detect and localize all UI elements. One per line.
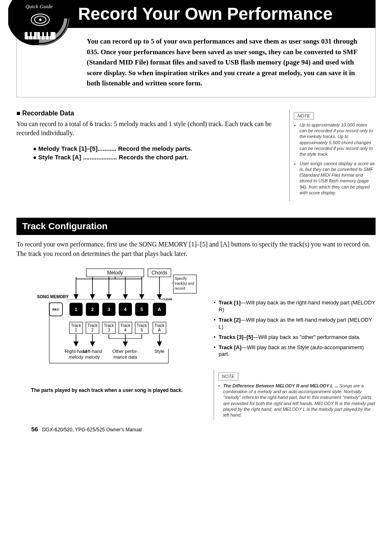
svg-text:CLEAR: CLEAR <box>162 298 172 301</box>
svg-marker-80 <box>90 342 95 346</box>
svg-text:2: 2 <box>91 328 94 332</box>
svg-marker-34 <box>140 295 144 299</box>
note-label: NOTE <box>294 112 314 120</box>
note-box-2: NOTE • The Difference Between MELODY R a… <box>214 370 376 420</box>
svg-text:Track: Track <box>88 323 98 328</box>
note-box-1: NOTE Up to approximately 10,000 notes ca… <box>289 110 376 202</box>
svg-text:1: 1 <box>75 328 77 332</box>
svg-text:A: A <box>158 307 161 312</box>
list-item: Track [A]—Will play back as the Style (a… <box>214 344 376 358</box>
svg-text:Track: Track <box>104 323 115 328</box>
header: Quick Guide Record Your Own Performance … <box>16 0 376 97</box>
bullet-melody: ● Melody Track [1]–[5]........... Record… <box>33 145 277 152</box>
svg-marker-88 <box>123 342 127 346</box>
svg-text:track(s) and: track(s) and <box>175 281 194 286</box>
manual-name: DGX-620/520, YPG-625/525 Owner's Manual <box>42 427 142 433</box>
svg-text:✎: ✎ <box>159 297 162 301</box>
note2-body: Songs are a combination of a melody and … <box>223 383 375 417</box>
svg-marker-30 <box>107 295 111 299</box>
svg-marker-32 <box>123 295 127 299</box>
svg-point-3 <box>39 18 42 21</box>
svg-marker-28 <box>90 295 95 299</box>
svg-text:Left-hand: Left-hand <box>83 349 102 354</box>
list-item: Track [1]—Will play back as the right-ha… <box>214 299 376 313</box>
svg-text:record: record <box>175 286 185 290</box>
bullet-style: ● Style Track [A] .................... R… <box>33 154 277 161</box>
page-number: 56 <box>31 426 38 433</box>
svg-text:Specify: Specify <box>175 276 187 281</box>
intro-text: You can record up to 5 of your own perfo… <box>16 28 376 97</box>
svg-text:Melody: Melody <box>107 270 123 276</box>
svg-rect-15 <box>48 32 51 36</box>
note2-lead: The Difference Between MELODY R and MELO… <box>223 383 338 388</box>
diagram-caption: The parts played by each track when a us… <box>16 387 197 394</box>
svg-marker-26 <box>74 295 78 299</box>
svg-text:Track: Track <box>120 323 131 328</box>
recordable-body: You can record to a total of 6 tracks: 5… <box>16 120 277 138</box>
svg-text:mance data: mance data <box>113 355 137 359</box>
svg-marker-78 <box>74 342 78 346</box>
svg-text:5: 5 <box>141 307 143 312</box>
svg-rect-14 <box>44 32 46 36</box>
note1-item: User songs cannot display a score as is,… <box>300 161 376 196</box>
svg-text:1: 1 <box>75 307 77 312</box>
svg-text:Style: Style <box>154 349 164 354</box>
svg-marker-82 <box>157 342 161 346</box>
track-config-heading: Track Configuration <box>16 218 376 235</box>
page-footer: 56 DGX-620/520, YPG-625/525 Owner's Manu… <box>31 426 142 433</box>
svg-text:4: 4 <box>124 328 127 332</box>
svg-rect-11 <box>28 32 30 36</box>
list-item: Track [2]—Will play back as the left-han… <box>214 317 376 331</box>
svg-text:3: 3 <box>108 328 110 332</box>
svg-text:Track: Track <box>71 323 82 328</box>
svg-text:Other perfor-: Other perfor- <box>113 349 138 354</box>
note-label: NOTE <box>218 373 238 380</box>
svg-text:Chords: Chords <box>152 270 168 276</box>
svg-text:4: 4 <box>124 307 127 312</box>
svg-text:Quick Guide: Quick Guide <box>25 3 53 9</box>
svg-text:Track: Track <box>154 323 165 328</box>
track-config-body: To record your own performance, first us… <box>16 240 376 258</box>
note1-item: Up to approximately 10,000 notes can be … <box>300 122 376 157</box>
svg-text:Track: Track <box>137 323 148 328</box>
svg-text:melody: melody <box>69 355 83 359</box>
track-diagram: Melody Chords Specify track(s) and recor… <box>16 267 197 394</box>
recordable-heading: ■ Recordable Data <box>16 110 277 117</box>
list-item: Tracks [3]–[5]—Will play back as "other"… <box>214 334 376 341</box>
track-bullets: ● Melody Track [1]–[5]........... Record… <box>33 145 277 161</box>
track-playback-list: Track [1]—Will play back as the right-ha… <box>214 299 376 358</box>
svg-rect-12 <box>32 32 34 36</box>
svg-text:REC: REC <box>53 308 60 311</box>
svg-rect-13 <box>40 32 42 36</box>
svg-text:melody: melody <box>85 355 100 359</box>
svg-text:SONG MEMORY: SONG MEMORY <box>37 295 69 299</box>
page-title: Record Your Own Performance <box>16 0 376 28</box>
svg-text:3: 3 <box>108 307 110 312</box>
quick-guide-badge: Quick Guide <box>8 0 70 45</box>
svg-text:2: 2 <box>91 307 94 312</box>
svg-text:A: A <box>158 328 161 332</box>
svg-text:5: 5 <box>141 328 143 332</box>
